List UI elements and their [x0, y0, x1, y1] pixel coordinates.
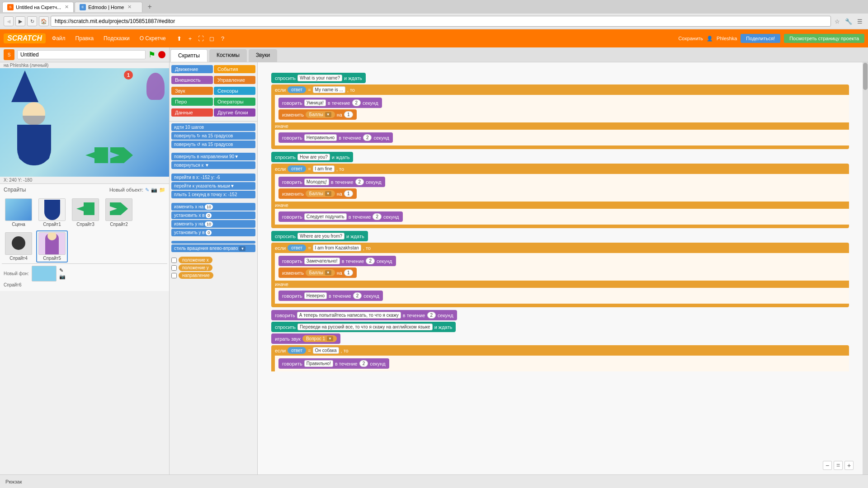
tab-close-scratch[interactable]: ✕ — [65, 4, 69, 10]
say-wrong-3-input[interactable]: Неверно — [304, 292, 327, 299]
zoom-in-button[interactable]: + — [844, 461, 854, 470]
cat-looks[interactable]: Внешность — [171, 76, 213, 84]
block-move[interactable]: идти 10 шагов — [171, 123, 255, 131]
help-icon[interactable]: ? — [218, 34, 227, 43]
say-great-num[interactable]: 2 — [366, 258, 375, 264]
block-say-translate[interactable]: говорить А теперь попытайтесь написать, … — [271, 310, 849, 320]
balls-oval-3[interactable]: Баллы ▼ — [306, 269, 335, 276]
var-pos-y-reporter[interactable]: положение y — [179, 264, 212, 271]
refresh-button[interactable]: ↻ — [27, 16, 37, 26]
say-num-wrong-1[interactable]: 2 — [363, 134, 372, 141]
say-translate-num[interactable]: 2 — [427, 312, 436, 319]
scroll-track[interactable] — [863, 62, 868, 474]
green-flag-button[interactable]: ⚑ — [148, 50, 156, 60]
sound-selector[interactable]: Вопрос 1 ▼ — [302, 335, 337, 342]
change-val-3[interactable]: 1 — [344, 269, 353, 276]
block-say-wrong-1[interactable]: говорить Неправильно в течение 2 секунд — [278, 132, 849, 143]
menu-tips[interactable]: Подсказки — [100, 33, 133, 43]
var-pos-x-reporter[interactable]: положение x — [179, 257, 212, 263]
tab-scratch[interactable]: S Untitled на Скретч... ✕ — [2, 2, 74, 12]
answer-oval-2[interactable]: ответ — [288, 165, 306, 172]
cat-moreblocks[interactable]: Другие блоки — [214, 108, 255, 117]
block-ask-name[interactable]: спросить What is your name? и ждать — [271, 73, 849, 83]
change-val-1[interactable]: 1 — [344, 111, 353, 118]
tab-costumes[interactable]: Костюмы — [209, 49, 247, 62]
ask-where-input[interactable]: Where are you from? — [297, 233, 344, 239]
sprite-item-2[interactable]: Спрайт2 — [103, 197, 135, 229]
block-bounce[interactable] — [171, 241, 255, 244]
cat-data[interactable]: Данные — [171, 108, 213, 117]
block-turn-right[interactable]: повернуть ↻ на 15 градусов — [171, 132, 255, 140]
edit-bg-icon[interactable]: ✎ — [59, 267, 66, 273]
backpack-label[interactable]: Рюкзак — [5, 479, 22, 484]
camera-bg-icon[interactable]: 📷 — [59, 274, 66, 280]
name-input[interactable]: My name is ... — [313, 86, 345, 93]
new-tab-button[interactable]: + — [145, 2, 154, 11]
say-wrong-3-num[interactable]: 2 — [353, 292, 362, 299]
cat-events[interactable]: События — [214, 65, 255, 73]
sprite-scene[interactable]: Сцена — [3, 197, 34, 229]
fine-input[interactable]: I am fine — [313, 165, 335, 172]
say-great-input[interactable]: Замечательно! — [304, 258, 340, 264]
dog-input[interactable]: Он собака — [313, 347, 339, 354]
say-num-1[interactable]: 2 — [352, 99, 361, 106]
balls-oval-2[interactable]: Баллы ▼ — [306, 190, 335, 197]
tab-close-edmodo[interactable]: ✕ — [127, 4, 132, 10]
block-change-1[interactable]: изменить Баллы ▼ на 1 — [278, 109, 849, 120]
block-goto-mouse[interactable]: перейти к указатель мыши▼ — [171, 182, 255, 190]
menu-file[interactable]: Файл — [48, 33, 69, 43]
add-icon[interactable]: + — [186, 34, 195, 43]
block-play-sound[interactable]: играть звук Вопрос 1 ▼ — [271, 333, 849, 344]
extensions-icon[interactable]: 🔧 — [844, 17, 853, 26]
answer-oval-1[interactable]: ответ — [288, 86, 306, 93]
sprite-item-3[interactable]: Спрайт3 — [70, 197, 101, 229]
var-direction-reporter[interactable]: направление — [179, 272, 213, 279]
var-pos-y-check[interactable] — [171, 265, 177, 271]
url-bar[interactable] — [51, 16, 831, 27]
change-val-2[interactable]: 1 — [344, 190, 353, 197]
cat-sensing[interactable]: Сенсоры — [214, 87, 255, 95]
block-ask-where[interactable]: спросить Where are you from? и ждать — [271, 231, 849, 241]
balls-oval-1[interactable]: Баллы ▼ — [306, 111, 335, 118]
ask-name-input[interactable]: What is your name? — [297, 75, 342, 81]
tab-scripts[interactable]: Скрипты — [170, 49, 208, 62]
camera-icon[interactable]: 📷 — [151, 187, 157, 193]
menu-edit[interactable]: Правка — [72, 33, 98, 43]
tab-sounds[interactable]: Звуки — [249, 49, 277, 62]
sprite-item-1[interactable]: Спрайт1 — [36, 197, 68, 229]
block-say-1[interactable]: говорить Умница! в течение 2 секунд — [278, 98, 849, 108]
stop-button[interactable] — [158, 51, 165, 58]
cat-control[interactable]: Управление — [214, 76, 255, 84]
project-title-input[interactable] — [17, 50, 146, 59]
stage-canvas-inner[interactable]: 1 — [0, 68, 169, 177]
zoom-reset-button[interactable]: = — [834, 461, 843, 470]
resize-icon[interactable]: ◻ — [208, 34, 217, 43]
bg-thumb[interactable] — [32, 266, 57, 282]
cat-sound[interactable]: Звук — [171, 87, 213, 95]
zoom-out-button[interactable]: − — [823, 461, 832, 470]
block-rotation-style[interactable]: стиль вращения влево-вправо ▼ — [171, 244, 255, 252]
cat-motion[interactable]: Движение — [171, 65, 213, 73]
say-correct-input[interactable]: Правильно! — [304, 360, 333, 367]
say-correct-num[interactable]: 2 — [359, 360, 368, 367]
block-ask-translate[interactable]: спросить Переведи на русский все, то что… — [271, 322, 849, 332]
var-direction-check[interactable] — [171, 273, 177, 278]
block-point-dir[interactable]: повернуть в направлении 90▼ — [171, 153, 255, 160]
answer-oval-3[interactable]: ответ — [288, 244, 306, 251]
ask-how-input[interactable]: How are you? — [297, 154, 330, 160]
settings-icon[interactable]: ☰ — [855, 17, 864, 26]
block-change-3[interactable]: изменить Баллы ▼ на 1 — [278, 267, 849, 278]
block-say-correct[interactable]: говорить Правильно! в течение 2 секунд — [278, 358, 849, 369]
var-pos-x-check[interactable] — [171, 258, 177, 263]
script-area[interactable]: спросить What is your name? и ждать если… — [258, 62, 863, 474]
block-say-great[interactable]: говорить Замечательно! в течение 2 секун… — [278, 256, 849, 266]
view-page-button[interactable]: Посмотреть страницу проекта — [784, 34, 864, 43]
block-say-good[interactable]: говорить Молодец! в течение 2 секунд — [278, 177, 849, 187]
say-good-num[interactable]: 2 — [355, 178, 364, 185]
block-change-x[interactable]: изменить x на 10 — [171, 203, 255, 211]
block-change-2[interactable]: изменить Баллы ▼ на 1 — [278, 188, 849, 199]
paint-icon[interactable]: ✎ — [145, 187, 149, 193]
block-glide[interactable]: плыть 1 секунд в точку x: -152 — [171, 191, 255, 198]
say-good-input[interactable]: Молодец! — [304, 178, 329, 185]
cat-operators[interactable]: Операторы — [214, 98, 255, 106]
